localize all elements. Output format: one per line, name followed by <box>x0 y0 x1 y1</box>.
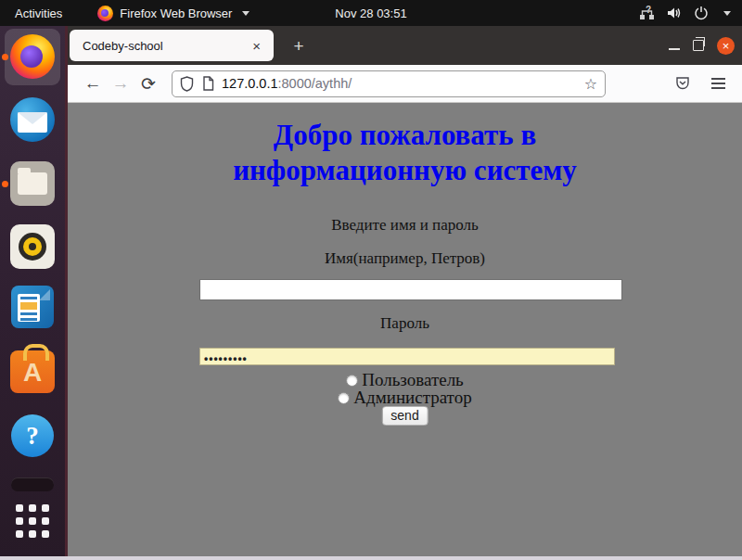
activities-button[interactable]: Activities <box>0 0 77 26</box>
help-icon: ? <box>11 414 54 457</box>
new-tab-button[interactable]: + <box>288 35 310 57</box>
radio-user[interactable] <box>346 375 358 387</box>
tab-codeby-school[interactable]: Codeby-school × <box>70 30 274 61</box>
tab-close-icon[interactable]: × <box>249 37 264 55</box>
show-applications-button[interactable] <box>16 504 49 538</box>
minimized-window-icon <box>11 477 54 491</box>
app-grid-icon <box>16 504 49 538</box>
dock-item-libreoffice-writer[interactable] <box>11 286 54 328</box>
rhythmbox-icon <box>10 224 55 269</box>
reload-button[interactable]: ⟳ <box>134 73 162 95</box>
tray-chevron-down-icon <box>723 11 731 16</box>
web-page: Добро пожаловать в информационную систем… <box>68 103 742 556</box>
firefox-icon <box>97 6 113 21</box>
close-button[interactable]: × <box>717 37 735 55</box>
forward-button[interactable]: → <box>107 73 134 94</box>
send-button[interactable]: send <box>381 406 428 426</box>
thunderbird-icon <box>10 97 55 142</box>
chevron-down-icon <box>242 11 249 16</box>
firefox-running-dot <box>2 54 8 60</box>
url-text[interactable]: 127.0.0.1:8000/aythh/ <box>222 76 584 91</box>
dock-item-ubuntu-software[interactable]: A <box>10 350 55 393</box>
dock-item-help[interactable]: ? <box>11 414 54 457</box>
back-button[interactable]: ← <box>79 73 107 94</box>
name-label: Имя(например, Петров) <box>68 249 742 268</box>
files-running-dot <box>2 181 8 187</box>
network-icon: ? <box>639 6 656 20</box>
role-option-admin[interactable]: Администратор <box>68 388 742 408</box>
dock-item-rhythmbox[interactable] <box>10 224 55 269</box>
firefox-icon <box>10 34 55 79</box>
radio-admin[interactable] <box>338 392 350 404</box>
restore-button[interactable] <box>693 40 704 51</box>
tab-bar: Codeby-school × + × <box>68 26 742 65</box>
tab-title: Codeby-school <box>83 39 249 53</box>
dock-item-minimized-window[interactable] <box>11 477 54 491</box>
dock-item-thunderbird[interactable] <box>10 97 55 142</box>
window-controls: × <box>669 26 735 65</box>
pocket-icon[interactable] <box>674 75 691 92</box>
volume-icon <box>667 6 683 20</box>
screen-bottom-edge <box>0 556 742 560</box>
page-info-icon[interactable] <box>202 76 214 91</box>
minimize-button[interactable] <box>669 48 680 50</box>
name-input[interactable] <box>199 279 622 300</box>
bookmark-star-icon[interactable]: ☆ <box>584 75 597 93</box>
dock: A ? <box>0 26 68 556</box>
radio-admin-label: Администратор <box>353 388 471 408</box>
app-menu[interactable]: Firefox Web Browser <box>97 6 249 21</box>
page-title-line2: информационную систему <box>68 153 742 188</box>
system-top-bar: Activities Firefox Web Browser Nov 28 03… <box>0 0 742 26</box>
dock-item-files[interactable] <box>10 161 55 206</box>
svg-text:?: ? <box>646 6 651 15</box>
power-icon <box>694 6 709 20</box>
system-tray[interactable]: ? <box>639 6 742 20</box>
menu-hamburger-icon[interactable] <box>711 78 725 89</box>
files-icon <box>10 161 55 206</box>
password-input[interactable]: ••••••••• <box>199 348 615 365</box>
libreoffice-writer-icon <box>11 286 54 328</box>
toolbar-right <box>674 75 742 92</box>
url-bar[interactable]: 127.0.0.1:8000/aythh/ ☆ <box>172 70 606 97</box>
dock-item-firefox[interactable] <box>10 34 55 79</box>
navigation-toolbar: ← → ⟳ 127.0.0.1:8000/aythh/ ☆ <box>68 65 742 103</box>
shield-permissions-icon[interactable] <box>180 76 194 92</box>
ubuntu-software-icon: A <box>10 350 55 393</box>
password-label: Пароль <box>68 314 742 333</box>
subtitle: Введите имя и пароль <box>68 216 742 235</box>
url-path: :8000/aythh/ <box>277 76 352 91</box>
page-title-line1: Добро пожаловать в <box>68 118 742 153</box>
url-host: 127.0.0.1 <box>222 76 277 91</box>
page-title: Добро пожаловать в информационную систем… <box>68 118 742 188</box>
firefox-window: Codeby-school × + × ← → ⟳ 127.0.0.1:8000… <box>68 26 742 556</box>
app-menu-label: Firefox Web Browser <box>120 6 232 20</box>
